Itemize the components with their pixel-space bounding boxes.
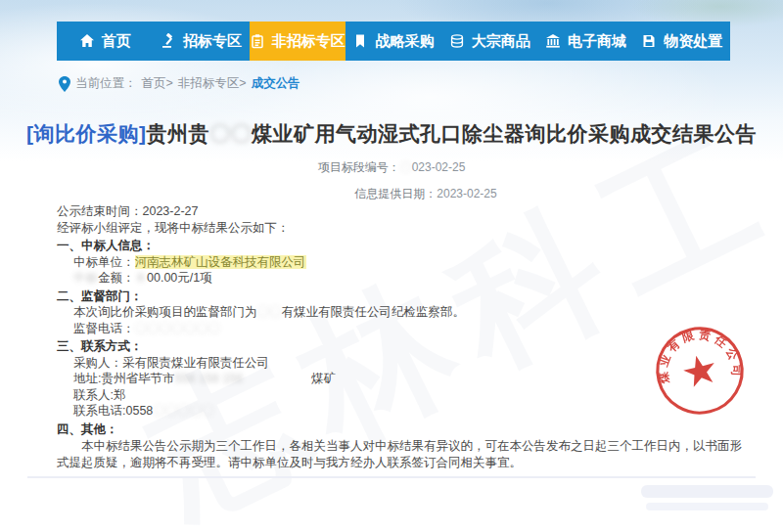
purchaser-line: 采购人：采有限责煤业有限责任公司 <box>57 355 754 372</box>
page-title: [询比价采购]贵州贵〇〇煤业矿用气动湿式孔口除尘器询比价采购成交结果公告 <box>0 120 783 148</box>
contact-tel-label: 联系电话:0558 <box>73 404 153 418</box>
coins-icon <box>449 33 465 49</box>
breadcrumb-section-link[interactable]: 非招标专区> <box>178 75 247 92</box>
bookmark-icon <box>352 33 368 49</box>
other-paragraph: 本中标结果公告公示期为三个工作日，各相关当事人对中标结果有异议的，可在本公告发布… <box>57 438 754 470</box>
section1-title: 一、中标人信息： <box>57 238 754 254</box>
address-redacted: 558 158 158 <box>174 372 243 385</box>
section3-title: 三、联系方式： <box>57 338 754 355</box>
breadcrumb: 当前位置： 首页> 非招标专区> 成交公告 <box>59 75 300 92</box>
supervision-line: 本次询比价采购项目的监督部门为〇〇有煤业有限责任公司纪检监察部。 <box>57 304 754 321</box>
supervision-post: 有煤业有限责任公司纪检监察部。 <box>282 305 466 319</box>
page: 志林科工 首页 招标专区 非招标专区 战略采购 大宗商品 电子商城 物资处 <box>0 0 783 532</box>
amount-value: 00.00元/1项 <box>147 271 212 285</box>
location-pin-icon <box>59 76 70 92</box>
nav-tab-commodities[interactable]: 大宗商品 <box>441 22 537 61</box>
info-date-row: 信息提供日期：2023-02-25 <box>0 186 783 202</box>
nav-tab-label: 电子商城 <box>568 32 626 51</box>
nav-tab-label: 非招标专区 <box>272 32 345 51</box>
address-line: 地址:贵州省毕节市558 158 158煤矿 <box>57 371 754 387</box>
footer-ghost-element <box>641 485 773 498</box>
bank-icon <box>545 33 561 49</box>
amount-label: 金额： <box>98 271 135 285</box>
amount-pre-redacted: 中标 <box>73 271 98 285</box>
breadcrumb-label: 当前位置： <box>75 75 137 92</box>
title-text-post: 煤业矿用气动湿式孔口除尘器询比价采购成交结果公告 <box>252 122 757 145</box>
nav-tab-home[interactable]: 首页 <box>57 22 153 61</box>
nav-tab-label: 招标专区 <box>183 32 242 51</box>
project-number-label: 项目标段编号： <box>318 160 400 174</box>
floppy-icon <box>641 33 657 49</box>
address-pre: 地址:贵州省毕节市 <box>73 372 174 385</box>
nav-tab-label: 物资处置 <box>664 32 722 51</box>
title-text-pre: 贵州贵 <box>147 122 210 145</box>
address-post: 煤矿 <box>311 372 336 385</box>
nav-tab-strategic[interactable]: 战略采购 <box>345 22 441 61</box>
info-date-value: 2023-02-25 <box>437 187 496 200</box>
info-date-label: 信息提供日期： <box>354 187 437 200</box>
supervision-pre: 本次询比价采购项目的监督部门为 <box>73 305 257 319</box>
breadcrumb-current-link[interactable]: 成交公告 <box>252 75 300 92</box>
announcement-body: 公示结束时间：2023-2-27 经评标小组评定，现将中标结果公示如下： 一、中… <box>57 203 754 470</box>
supervision-phone-redacted: 〇〇〇〇〇〇〇 <box>135 322 221 335</box>
nav-tab-emall[interactable]: 电子商城 <box>537 22 633 61</box>
purchaser-label: 采购人： <box>73 356 122 370</box>
amount-mid-redacted: ８ <box>135 271 148 285</box>
contact-tel-line: 联系电话:0558〇〇〇〇〇 <box>57 403 754 420</box>
home-icon <box>79 33 95 49</box>
contact-person-line: 联系人:郑 <box>57 387 754 404</box>
project-number-row: 项目标段编号：〇023-02-25 <box>0 159 783 176</box>
project-number-value: 023-02-25 <box>412 160 466 174</box>
footer-ghost-element <box>646 503 768 510</box>
intro-line: 经评标小组评定，现将中标结果公示如下： <box>57 220 754 237</box>
company-seal-stamp: 煤业有限责任公司 <box>652 323 748 419</box>
top-nav: 首页 招标专区 非招标专区 战略采购 大宗商品 电子商城 物资处置 <box>57 22 730 61</box>
publicity-end-line: 公示结束时间：2023-2-27 <box>57 203 754 220</box>
nav-tab-label: 战略采购 <box>375 32 434 51</box>
title-category-tag: [询比价采购] <box>26 122 147 145</box>
supervision-redacted: 〇〇 <box>257 305 282 319</box>
nav-tab-non-bidding[interactable]: 非招标专区 <box>250 22 345 61</box>
section4-title: 四、其他： <box>57 421 754 438</box>
winner-label: 中标单位： <box>73 255 135 269</box>
nav-tab-label: 大宗商品 <box>472 32 530 51</box>
breadcrumb-home-link[interactable]: 首页> <box>142 75 173 92</box>
section2-title: 二、监督部门： <box>57 288 754 305</box>
contact-tel-redacted: 〇〇〇〇〇 <box>153 404 214 418</box>
project-number-redacted: 〇 <box>400 160 412 174</box>
nav-tab-bidding[interactable]: 招标专区 <box>153 22 249 61</box>
amount-line: 中标金额：８00.00元/1项 <box>57 270 754 287</box>
winner-company: 河南志林矿山设备科技有限公司 <box>135 255 306 269</box>
supervision-phone-line: 监督电话：〇〇〇〇〇〇〇 <box>57 321 754 337</box>
nav-tab-disposal[interactable]: 物资处置 <box>634 22 730 61</box>
nav-tab-label: 首页 <box>102 32 131 51</box>
winner-line: 中标单位：河南志林矿山设备科技有限公司 <box>57 254 754 271</box>
title-redacted: 〇〇 <box>209 122 252 145</box>
clipboard-icon <box>250 33 265 49</box>
gavel-icon <box>161 33 176 49</box>
purchaser-value: 采有限责煤业有限责任公司 <box>122 356 269 370</box>
supervision-phone-label: 监督电话： <box>73 322 135 335</box>
footer-divider <box>27 476 756 478</box>
